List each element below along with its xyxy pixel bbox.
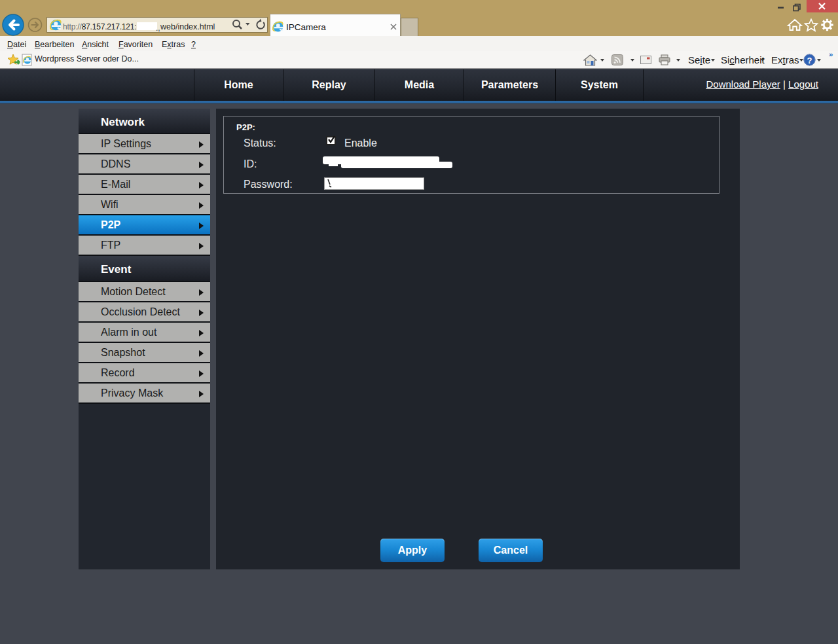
svg-text:?: ? bbox=[807, 56, 812, 65]
